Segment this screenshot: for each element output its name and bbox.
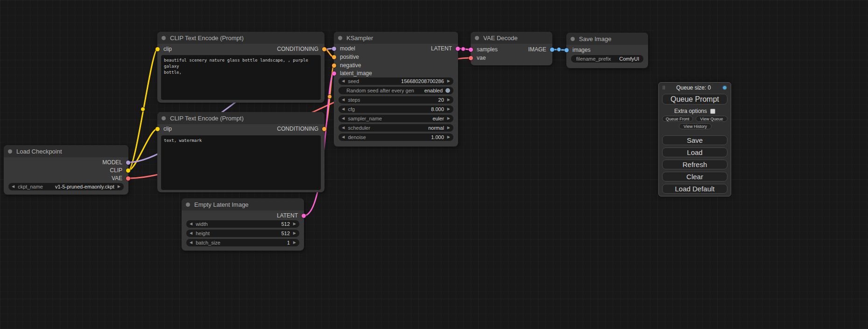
node-clip-text-encode-negative[interactable]: CLIP Text Encode (Prompt) clip CONDITION… bbox=[157, 112, 325, 192]
decrement-arrow-icon[interactable]: ◀ bbox=[342, 79, 345, 83]
increment-arrow-icon[interactable]: ▶ bbox=[293, 231, 296, 235]
model-slot-dot[interactable] bbox=[126, 161, 130, 165]
sampler-name-widget[interactable]: ◀ sampler_name euler ▶ bbox=[339, 115, 453, 122]
save-button[interactable]: Save bbox=[662, 135, 727, 145]
latent-slot-dot[interactable] bbox=[332, 71, 336, 76]
load-button[interactable]: Load bbox=[662, 147, 727, 157]
input-slot-clip[interactable]: clip bbox=[157, 125, 172, 133]
latent-slot-dot[interactable] bbox=[456, 47, 460, 51]
input-slot-clip[interactable]: clip bbox=[157, 45, 172, 53]
steps-widget[interactable]: ◀ steps 20 ▶ bbox=[339, 96, 453, 104]
node-clip-text-encode-positive[interactable]: CLIP Text Encode (Prompt) clip CONDITION… bbox=[157, 32, 325, 103]
vae-slot-dot[interactable] bbox=[469, 56, 473, 60]
width-widget[interactable]: ◀ width 512 ▶ bbox=[186, 220, 299, 228]
latent-slot-dot[interactable] bbox=[469, 48, 473, 52]
seed-widget[interactable]: ◀ seed 156680208700286 ▶ bbox=[339, 77, 453, 85]
output-slot-vae[interactable]: VAE bbox=[112, 175, 128, 182]
clip-slot-dot[interactable] bbox=[126, 168, 130, 173]
toggle-dot-icon[interactable] bbox=[445, 88, 450, 93]
batch-size-widget[interactable]: ◀ batch_size 1 ▶ bbox=[186, 239, 299, 246]
decrement-arrow-icon[interactable]: ◀ bbox=[190, 241, 192, 245]
output-slot-clip[interactable]: CLIP bbox=[110, 167, 128, 174]
increment-arrow-icon[interactable]: ▶ bbox=[293, 222, 296, 226]
prev-value-arrow-icon[interactable]: ◀ bbox=[342, 126, 345, 130]
settings-gear-icon[interactable]: ✹ bbox=[722, 84, 727, 91]
input-slot-samples[interactable]: samples bbox=[471, 46, 498, 53]
increment-arrow-icon[interactable]: ▶ bbox=[447, 79, 450, 83]
positive-prompt-textarea[interactable]: beautiful scenery nature glass bottle la… bbox=[161, 55, 321, 100]
image-slot-dot[interactable] bbox=[550, 48, 554, 52]
conditioning-slot-dot[interactable] bbox=[332, 63, 336, 68]
prev-value-arrow-icon[interactable]: ◀ bbox=[342, 117, 345, 120]
output-slot-image[interactable]: IMAGE bbox=[528, 46, 552, 53]
scheduler-widget[interactable]: ◀ scheduler normal ▶ bbox=[339, 124, 453, 132]
collapse-dot[interactable] bbox=[162, 116, 166, 120]
clip-slot-dot[interactable] bbox=[155, 127, 160, 131]
conditioning-slot-dot[interactable] bbox=[332, 55, 336, 59]
height-widget[interactable]: ◀ height 512 ▶ bbox=[186, 230, 299, 237]
queue-panel[interactable]: ⠿ Queue size: 0 ✹ Queue Prompt Extra opt… bbox=[658, 82, 731, 196]
conditioning-slot-dot[interactable] bbox=[322, 127, 326, 131]
clip-slot-dot[interactable] bbox=[155, 47, 160, 51]
prev-value-arrow-icon[interactable]: ◀ bbox=[12, 185, 14, 189]
vae-slot-dot[interactable] bbox=[126, 176, 130, 181]
next-value-arrow-icon[interactable]: ▶ bbox=[447, 117, 450, 120]
input-slot-negative[interactable]: negative bbox=[334, 62, 361, 69]
input-slot-latent-image[interactable]: latent_image bbox=[334, 70, 372, 77]
node-title-bar[interactable]: CLIP Text Encode (Prompt) bbox=[157, 32, 325, 44]
queue-front-button[interactable]: Queue Front bbox=[662, 116, 693, 122]
decrement-arrow-icon[interactable]: ◀ bbox=[342, 107, 345, 111]
increment-arrow-icon[interactable]: ▶ bbox=[447, 135, 450, 139]
node-ksampler[interactable]: KSampler model positive negative latent_… bbox=[334, 32, 458, 147]
next-value-arrow-icon[interactable]: ▶ bbox=[118, 185, 120, 189]
view-history-button[interactable]: View History bbox=[679, 123, 712, 129]
cfg-widget[interactable]: ◀ cfg 8.000 ▶ bbox=[339, 105, 453, 113]
clear-button[interactable]: Clear bbox=[662, 172, 727, 182]
queue-panel-header[interactable]: ⠿ Queue size: 0 ✹ bbox=[659, 83, 731, 93]
node-title-bar[interactable]: CLIP Text Encode (Prompt) bbox=[157, 112, 325, 124]
node-save-image[interactable]: Save Image images filename_prefix ComfyU… bbox=[566, 33, 648, 68]
decrement-arrow-icon[interactable]: ◀ bbox=[190, 231, 192, 235]
node-title-bar[interactable]: KSampler bbox=[334, 32, 458, 44]
node-title-bar[interactable]: Empty Latent Image bbox=[182, 198, 304, 210]
increment-arrow-icon[interactable]: ▶ bbox=[447, 98, 450, 102]
extra-options-checkbox[interactable] bbox=[710, 109, 715, 114]
output-slot-latent[interactable]: LATENT bbox=[431, 45, 458, 52]
refresh-button[interactable]: Refresh bbox=[662, 160, 727, 169]
next-value-arrow-icon[interactable]: ▶ bbox=[447, 126, 450, 130]
increment-arrow-icon[interactable]: ▶ bbox=[293, 241, 296, 245]
output-slot-conditioning[interactable]: CONDITIONING bbox=[277, 45, 325, 53]
queue-prompt-button[interactable]: Queue Prompt bbox=[662, 94, 727, 105]
random-seed-toggle-widget[interactable]: Random seed after every gen enabled bbox=[339, 87, 453, 94]
input-slot-vae[interactable]: vae bbox=[471, 54, 486, 62]
decrement-arrow-icon[interactable]: ◀ bbox=[342, 135, 345, 139]
collapse-dot[interactable] bbox=[8, 149, 12, 154]
node-title-bar[interactable]: VAE Decode bbox=[471, 32, 552, 44]
collapse-dot[interactable] bbox=[162, 36, 166, 40]
input-slot-model[interactable]: model bbox=[334, 45, 355, 52]
negative-prompt-textarea[interactable]: text, watermark bbox=[161, 135, 321, 190]
input-slot-images[interactable]: images bbox=[566, 46, 591, 54]
conditioning-slot-dot[interactable] bbox=[322, 47, 326, 51]
node-load-checkpoint[interactable]: Load Checkpoint MODEL CLIP VAE ◀ ckpt_na… bbox=[4, 145, 128, 195]
decrement-arrow-icon[interactable]: ◀ bbox=[190, 222, 192, 226]
collapse-dot[interactable] bbox=[338, 36, 342, 40]
node-empty-latent-image[interactable]: Empty Latent Image LATENT ◀ width 512 ▶ … bbox=[182, 198, 304, 251]
latent-slot-dot[interactable] bbox=[302, 214, 306, 218]
model-slot-dot[interactable] bbox=[332, 47, 336, 51]
increment-arrow-icon[interactable]: ▶ bbox=[447, 107, 450, 111]
node-title-bar[interactable]: Load Checkpoint bbox=[4, 145, 128, 157]
node-title-bar[interactable]: Save Image bbox=[566, 33, 648, 45]
node-vae-decode[interactable]: VAE Decode samples vae IMAGE bbox=[471, 32, 552, 65]
decrement-arrow-icon[interactable]: ◀ bbox=[342, 98, 345, 102]
collapse-dot[interactable] bbox=[571, 37, 575, 41]
collapse-dot[interactable] bbox=[186, 203, 190, 207]
node-canvas[interactable]: Load Checkpoint MODEL CLIP VAE ◀ ckpt_na… bbox=[0, 0, 868, 329]
view-queue-button[interactable]: View Queue bbox=[696, 116, 727, 122]
collapse-dot[interactable] bbox=[475, 36, 479, 40]
image-slot-dot[interactable] bbox=[565, 48, 569, 52]
load-default-button[interactable]: Load Default bbox=[662, 184, 727, 194]
input-slot-positive[interactable]: positive bbox=[334, 53, 359, 61]
output-slot-model[interactable]: MODEL bbox=[102, 159, 128, 166]
filename-prefix-widget[interactable]: filename_prefix ComfyUI bbox=[571, 55, 643, 63]
